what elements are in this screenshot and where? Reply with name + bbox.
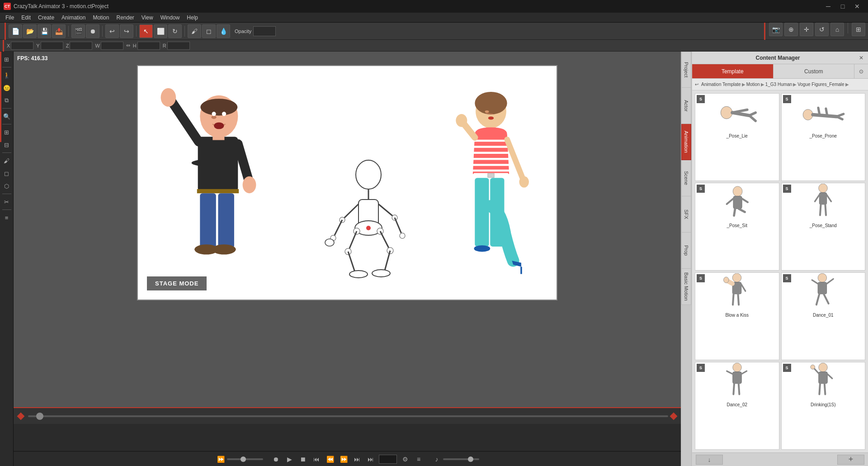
view-camera-button[interactable]: 📷	[769, 23, 783, 36]
save-button[interactable]: 💾	[38, 24, 51, 38]
shape-tool[interactable]: ◻	[1, 167, 13, 179]
sidebar-tab-sfx[interactable]: SFX	[681, 196, 691, 233]
r-input[interactable]: 0	[167, 42, 190, 50]
timeline-play-button[interactable]: ▶	[284, 454, 295, 465]
undo-button[interactable]: ↩	[105, 24, 119, 38]
timeline-end-button[interactable]: ⏭	[365, 454, 376, 465]
menu-item-help[interactable]: Help	[183, 14, 202, 22]
rotate-tool[interactable]: ↻	[168, 24, 182, 38]
bc-item-animation-template[interactable]: Animation Template	[701, 82, 741, 87]
timeline-step-forward-button[interactable]: ⏩	[338, 454, 349, 465]
frame-input[interactable]: 25	[379, 455, 397, 464]
bc-back-button[interactable]: ↩	[695, 82, 698, 87]
grid-view-tool[interactable]: ⊞	[1, 126, 13, 138]
eyedrop-tool[interactable]: 💧	[217, 24, 230, 38]
record-button[interactable]: ⏺	[86, 24, 99, 38]
eraser-tool[interactable]: ◻	[202, 24, 216, 38]
misc-tool[interactable]: ≡	[1, 212, 13, 223]
timeline-stop-button[interactable]: ⏹	[297, 454, 308, 465]
timeline-volume-slider[interactable]	[443, 458, 479, 460]
cm-add-button[interactable]: +	[837, 455, 864, 465]
timeline-speed-slider[interactable]	[227, 458, 263, 460]
z-input[interactable]: 0.0	[70, 42, 92, 50]
cm-item-drinking[interactable]: S Drinking(1S)	[781, 362, 866, 450]
menu-item-edit[interactable]: Edit	[18, 14, 34, 22]
h-input[interactable]: 0.0	[137, 42, 160, 50]
cm-item-pose-lie[interactable]: S _Pose_Lie	[695, 93, 779, 181]
x-input[interactable]: 0.0	[11, 42, 33, 50]
timeline-loop-button[interactable]: ⏩	[215, 454, 226, 465]
camera-button[interactable]: 🎬	[71, 24, 85, 38]
cm-download-button[interactable]: ↓	[696, 455, 723, 465]
timeline-step-back-button[interactable]: ⏪	[325, 454, 335, 465]
cm-item-dance01[interactable]: S Dance_01	[781, 272, 866, 360]
maximize-button[interactable]: □	[835, 0, 850, 13]
bc-item-motion[interactable]: Motion	[746, 82, 760, 87]
scene-tool[interactable]: ⊞	[1, 53, 13, 65]
timeline-expand-button[interactable]: ≡	[413, 454, 424, 465]
cm-tab-custom[interactable]: Custom	[774, 64, 855, 78]
cm-item-pose-sit[interactable]: S _Pose_Sit	[695, 183, 779, 271]
sidebar-tab-animation[interactable]: Animation	[681, 124, 691, 160]
timeline-record-button[interactable]: ⏺	[270, 454, 281, 465]
stage-mode-button[interactable]: STAGE MODE	[147, 276, 207, 290]
sidebar-tab-actor[interactable]: Actor	[681, 88, 691, 124]
menu-item-window[interactable]: Window	[157, 14, 184, 22]
menu-item-file[interactable]: File	[2, 14, 18, 22]
close-button[interactable]: ✕	[850, 0, 864, 13]
sidebar-tab-basic-motion[interactable]: Basic Motion	[681, 269, 691, 305]
workspace: FPS: 416.33	[14, 52, 681, 466]
svg-rect-95	[818, 282, 827, 294]
scissors-tool[interactable]: ✂	[1, 196, 13, 208]
export-button[interactable]: 📤	[52, 24, 66, 38]
sidebar-tab-scene[interactable]: Scene	[681, 160, 691, 196]
menu-item-animation[interactable]: Animation	[58, 14, 89, 22]
cm-item-blow-kiss[interactable]: S Blow a Kiss	[695, 272, 779, 360]
timeline-next-frame-button[interactable]: ⏭	[352, 454, 363, 465]
svg-line-9	[170, 100, 199, 142]
minimize-button[interactable]: ─	[821, 0, 835, 13]
new-button[interactable]: 📄	[9, 24, 22, 38]
timeline-settings-button[interactable]: ⚙	[400, 454, 410, 465]
search-tool[interactable]: 🔍	[1, 110, 13, 122]
pivot-button[interactable]: ⊕	[784, 23, 798, 36]
sidebar-tab-project[interactable]: Project	[681, 52, 691, 88]
menu-item-view[interactable]: View	[138, 14, 157, 22]
w-input[interactable]: 0.0	[101, 42, 123, 50]
paint-tool[interactable]: 🖌	[1, 155, 13, 166]
cm-item-pose-prone[interactable]: S _Pose_Prone	[781, 93, 866, 181]
layer-tool[interactable]: ⧉	[1, 95, 13, 106]
home-button[interactable]: ⌂	[830, 23, 844, 36]
timeline-scroll-bar[interactable]	[28, 415, 668, 417]
cm-tab-options[interactable]: ⊙	[854, 64, 868, 78]
cm-item-label-pose-stand: _Pose_Stand	[810, 223, 837, 228]
face-tool[interactable]: 😐	[1, 82, 13, 94]
adjust-tool[interactable]: ⊟	[1, 139, 13, 151]
menu-item-render[interactable]: Render	[113, 14, 137, 22]
cm-item-pose-stand[interactable]: S _Pose_Stand	[781, 183, 866, 271]
timeline-prev-frame-button[interactable]: ⏮	[311, 454, 322, 465]
fill-tool[interactable]: ⬡	[1, 180, 13, 192]
move-button[interactable]: ✛	[800, 23, 813, 36]
cm-close-button[interactable]: ✕	[859, 55, 863, 61]
canvas-area[interactable]: STAGE MODE	[137, 65, 557, 300]
y-input[interactable]: 0.0	[41, 42, 63, 50]
timeline-sound-button[interactable]: ♪	[431, 454, 442, 465]
bc-item-vogue[interactable]: Vogue Figures_Female	[797, 82, 844, 87]
reset-button[interactable]: ↺	[815, 23, 829, 36]
redo-button[interactable]: ↪	[120, 24, 133, 38]
sidebar-tab-prop[interactable]: Prop	[681, 233, 691, 269]
open-button[interactable]: 📂	[23, 24, 37, 38]
transform-tool[interactable]: ⬜	[154, 24, 167, 38]
person-tool[interactable]: 🚶	[1, 69, 13, 81]
timeline-scroll-thumb[interactable]	[36, 413, 43, 420]
select-tool[interactable]: ↖	[139, 24, 153, 38]
menu-item-create[interactable]: Create	[34, 14, 58, 22]
cm-tab-template[interactable]: Template	[692, 64, 774, 78]
menu-item-motion[interactable]: Motion	[89, 14, 113, 22]
cm-item-dance02[interactable]: S Dance_02	[695, 362, 779, 450]
grid-button[interactable]: ⊞	[852, 23, 865, 36]
brush-tool[interactable]: 🖌	[188, 24, 201, 38]
opacity-input[interactable]: 100	[253, 26, 276, 36]
bc-item-g3human[interactable]: 1_G3 Human	[765, 82, 792, 87]
